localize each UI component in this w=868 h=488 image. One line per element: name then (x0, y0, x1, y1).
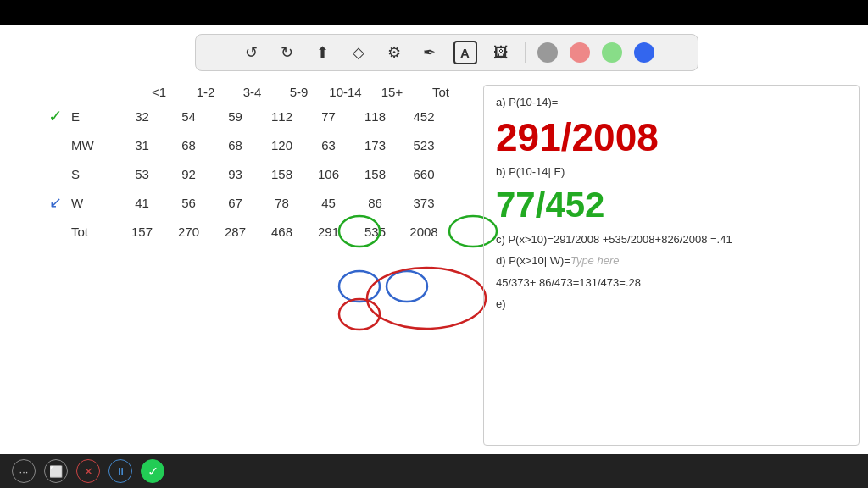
settings-tool[interactable]: ⚙ (382, 41, 406, 64)
svg-point-4 (367, 268, 486, 329)
tot-1-2: 270 (165, 225, 212, 239)
label-s: S (68, 167, 119, 181)
label-e: E (68, 109, 119, 124)
col-tot: Tot (415, 85, 466, 99)
table-row-w: ↙ W 41 56 67 78 45 86 373 (42, 189, 500, 216)
label-tot: Tot (68, 225, 119, 239)
pen-tool[interactable]: ✒ (418, 41, 442, 64)
close-button[interactable]: ✕ (76, 459, 100, 483)
mw-3-4: 68 (212, 138, 259, 152)
e-10-14: 77 (305, 109, 352, 124)
question-d-calc: 45/373+ 86/473=131/473=.28 (496, 274, 847, 291)
mw-tot: 523 (398, 138, 449, 152)
d-label-text: d) P(x>10| W)= (496, 254, 570, 267)
tot-10-14: 291 (305, 225, 352, 239)
s-10-14: 106 (305, 167, 352, 181)
w-3-4: 67 (212, 196, 259, 210)
e-lt1: 32 (119, 109, 165, 124)
question-c: c) P(x>10)=291/2008 +535/2008+826/2008 =… (496, 231, 847, 248)
label-mw: MW (68, 138, 119, 152)
w-10-14: 45 (305, 196, 352, 210)
tot-3-4: 287 (212, 225, 259, 239)
table-row-mw: MW 31 68 68 120 63 173 523 (42, 131, 500, 158)
redo-button[interactable]: ↻ (275, 41, 299, 64)
col-1-2: 1-2 (182, 85, 229, 99)
tot-5-9: 468 (259, 225, 305, 239)
dots-button[interactable]: ··· (12, 459, 36, 483)
svg-point-5 (339, 299, 380, 330)
col-5-9: 5-9 (275, 85, 322, 99)
question-b: b) P(10-14| E) (496, 164, 847, 180)
svg-point-3 (387, 271, 427, 302)
draw-tool[interactable]: ◇ (347, 41, 370, 64)
mw-lt1: 31 (119, 138, 165, 152)
image-tool[interactable]: 🖼 (489, 41, 513, 64)
e-5-9: 112 (259, 109, 305, 124)
table-row-tot: Tot 157 270 287 468 291 535 2008 (42, 218, 500, 245)
e-1-2: 54 (165, 109, 212, 124)
col-10-14: 10-14 (322, 85, 369, 99)
s-3-4: 93 (212, 167, 259, 181)
icon-e: ✓ (42, 106, 68, 126)
e-tot: 452 (398, 109, 449, 124)
tot-15plus: 535 (352, 225, 398, 239)
s-5-9: 158 (259, 167, 305, 181)
check-button[interactable]: ✓ (141, 459, 164, 483)
tot-tot: 2008 (398, 225, 449, 239)
text-tool[interactable]: A (453, 41, 477, 64)
type-here-text[interactable]: Type here (570, 254, 620, 267)
s-lt1: 53 (119, 167, 165, 181)
mw-1-2: 68 (165, 138, 212, 152)
screen-button[interactable]: ⬜ (44, 459, 68, 483)
w-5-9: 78 (259, 196, 305, 210)
color-blue[interactable] (634, 42, 654, 63)
select-tool[interactable]: ⬆ (311, 41, 335, 64)
e-3-4: 59 (212, 109, 259, 124)
question-d-label: d) P(x>10| W)=Type here (496, 252, 847, 269)
e-15plus: 118 (352, 109, 398, 124)
color-gray[interactable] (537, 42, 558, 63)
w-15plus: 86 (352, 196, 398, 210)
toolbar: ↺ ↻ ⬆ ◇ ⚙ ✒ A 🖼 (195, 34, 698, 71)
answer-b: 77/452 (496, 186, 847, 225)
color-pink[interactable] (570, 42, 590, 63)
table-row-s: S 53 92 93 158 106 158 660 (42, 160, 500, 187)
question-e: e) (496, 296, 847, 313)
table-row-e: ✓ E 32 54 59 112 77 118 452 (42, 103, 500, 130)
pause-button[interactable]: ⏸ (108, 459, 132, 483)
svg-point-2 (339, 271, 380, 302)
question-a: a) P(10-14)= (496, 94, 847, 111)
icon-w: ↙ (42, 193, 68, 212)
w-lt1: 41 (119, 196, 165, 210)
w-1-2: 56 (165, 196, 212, 210)
mw-5-9: 120 (259, 138, 305, 152)
column-headers: <1 1-2 3-4 5-9 10-14 15+ Tot (42, 85, 500, 99)
s-1-2: 92 (165, 167, 212, 181)
tot-lt1: 157 (119, 225, 165, 239)
col-15plus: 15+ (369, 85, 415, 99)
label-w: W (68, 196, 119, 210)
col-lt1: <1 (136, 85, 182, 99)
answer-a: 291/2008 (496, 116, 847, 159)
data-table: <1 1-2 3-4 5-9 10-14 15+ Tot ✓ E 32 54 5… (42, 85, 500, 247)
s-15plus: 158 (352, 167, 398, 181)
bottom-bar: ··· ⬜ ✕ ⏸ ✓ (0, 454, 868, 488)
w-tot: 373 (398, 196, 449, 210)
col-3-4: 3-4 (229, 85, 275, 99)
color-green[interactable] (602, 42, 622, 63)
right-panel: a) P(10-14)= 291/2008 b) P(10-14| E) 77/… (483, 85, 860, 446)
undo-button[interactable]: ↺ (240, 41, 264, 64)
mw-10-14: 63 (305, 138, 352, 152)
s-tot: 660 (398, 167, 449, 181)
mw-15plus: 173 (352, 138, 398, 152)
